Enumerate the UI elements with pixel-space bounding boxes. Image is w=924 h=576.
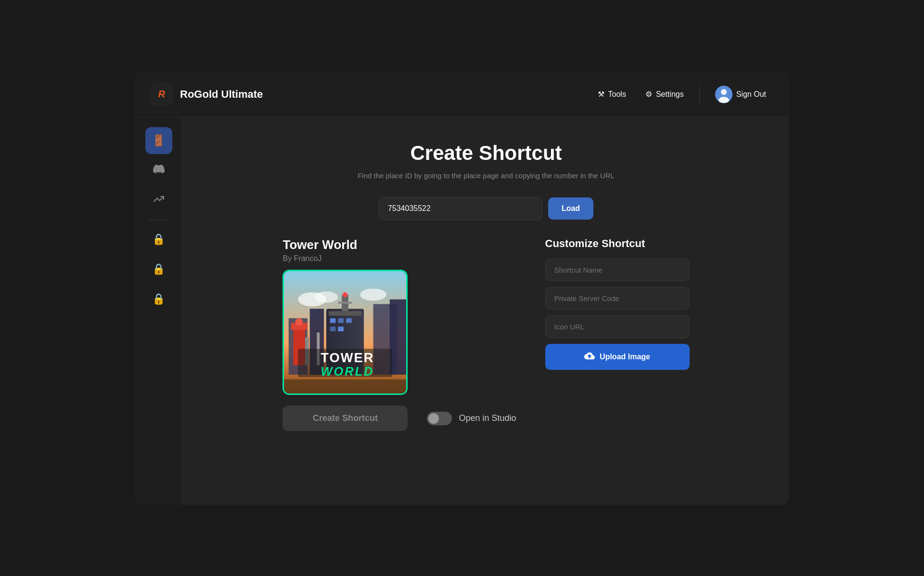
avatar [715, 86, 732, 103]
logo-icon: R [150, 83, 173, 106]
lock3-icon: 🔒 [152, 293, 165, 305]
signout-button[interactable]: Sign Out [707, 81, 774, 108]
svg-text:WORLD: WORLD [321, 365, 374, 378]
studio-toggle[interactable] [427, 412, 452, 425]
svg-rect-22 [338, 327, 344, 331]
sidebar-item-discord[interactable] [145, 157, 172, 184]
svg-point-5 [315, 291, 338, 302]
settings-icon: ⚙ [645, 90, 652, 99]
discord-icon [153, 163, 165, 178]
lock1-icon: 🔒 [152, 233, 165, 246]
studio-row: Open in Studio [427, 412, 516, 425]
svg-rect-27 [338, 302, 352, 304]
tools-icon: ⚒ [598, 90, 604, 99]
studio-label: Open in Studio [459, 413, 516, 423]
svg-rect-18 [330, 318, 336, 323]
svg-rect-10 [390, 300, 406, 375]
page-subtitle: Find the place ID by going to the place … [358, 171, 615, 180]
header: R RoGold Ultimate ⚒ Tools ⚙ Settings [135, 71, 789, 118]
trending-icon [153, 193, 165, 208]
upload-image-button[interactable]: Upload Image [545, 344, 690, 370]
shortcut-name-input[interactable] [545, 259, 690, 281]
icon-url-input[interactable] [545, 315, 690, 338]
sidebar-divider [149, 220, 168, 220]
svg-point-28 [343, 292, 348, 297]
cloud-upload-icon [584, 351, 595, 363]
svg-text:TOWER: TOWER [321, 350, 374, 365]
main-content: Create Shortcut Find the place ID by goi… [183, 118, 789, 505]
sidebar-item-door[interactable]: 🚪 [145, 127, 172, 154]
search-row: Load [379, 197, 593, 220]
svg-rect-17 [329, 311, 361, 316]
private-server-code-input[interactable] [545, 287, 690, 310]
svg-rect-21 [330, 327, 336, 331]
header-left: R RoGold Ultimate [150, 83, 263, 106]
header-right: ⚒ Tools ⚙ Settings Sign Out [590, 81, 774, 108]
place-id-input[interactable] [379, 197, 542, 220]
content-row: Tower World By FrancoJ [282, 237, 689, 431]
game-author: By FrancoJ [282, 254, 516, 263]
sidebar-item-lock1: 🔒 [145, 226, 172, 253]
game-image: TOWER WORLD [282, 270, 408, 395]
game-name: Tower World [282, 237, 516, 252]
create-shortcut-button[interactable]: Create Shortcut [282, 406, 408, 431]
bottom-row: Create Shortcut Open in Studio [282, 406, 516, 431]
game-info: Tower World By FrancoJ [282, 237, 516, 431]
svg-rect-29 [284, 380, 406, 393]
app-container: R RoGold Ultimate ⚒ Tools ⚙ Settings [135, 71, 789, 505]
tools-button[interactable]: ⚒ Tools [590, 85, 634, 104]
settings-button[interactable]: ⚙ Settings [638, 85, 692, 104]
lock2-icon: 🔒 [152, 263, 165, 275]
customize-title: Customize Shortcut [545, 237, 690, 250]
svg-rect-20 [346, 318, 352, 323]
door-icon: 🚪 [152, 134, 165, 147]
app-title: RoGold Ultimate [180, 88, 263, 101]
sidebar-item-trending[interactable] [145, 187, 172, 214]
svg-rect-19 [338, 318, 344, 323]
sidebar-item-lock2: 🔒 [145, 256, 172, 283]
sidebar: 🚪 🔒 [135, 118, 183, 505]
sidebar-item-lock3: 🔒 [145, 286, 172, 313]
page-title: Create Shortcut [410, 142, 562, 165]
svg-point-13 [295, 318, 303, 326]
customize-panel: Customize Shortcut Upload Image [545, 237, 690, 370]
toggle-knob [428, 413, 439, 424]
load-button[interactable]: Load [548, 197, 593, 220]
header-divider [699, 86, 700, 103]
svg-point-6 [360, 288, 387, 301]
body: 🚪 🔒 [135, 118, 789, 505]
svg-point-1 [721, 89, 727, 95]
